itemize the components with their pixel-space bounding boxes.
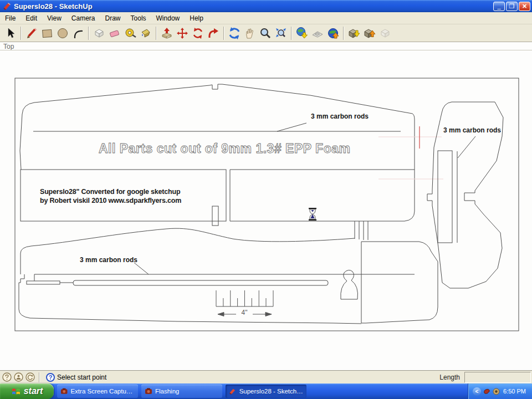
task-label: Superslo28 - SketchUp [239, 388, 303, 395]
windows-flag-icon [11, 386, 21, 396]
menu-window[interactable]: Window [151, 13, 185, 24]
task-button-extra-screen-capture[interactable]: Extra Screen Capture... [57, 385, 138, 398]
select-icon [4, 27, 17, 40]
get-models-button[interactable] [346, 26, 362, 41]
sketchup-app-icon [3, 2, 12, 11]
close-button[interactable]: ✕ [519, 2, 530, 11]
orbit-icon [228, 27, 241, 40]
window-title: Superslo28 - SketchUp [14, 2, 493, 11]
length-label: Length [439, 374, 460, 381]
eraser-tool-button[interactable] [107, 26, 122, 41]
status-hint: Select start point [57, 374, 106, 381]
toggle-terrain-button[interactable] [310, 26, 325, 41]
menu-edit[interactable]: Edit [21, 13, 42, 24]
credit-line2: by Robert viskil 2010 www.sdparkflyers.c… [40, 196, 181, 205]
wing-outline [20, 84, 415, 170]
taskbar: start Extra Screen Capture... Flashing [0, 383, 532, 399]
circle-tool-button[interactable] [55, 26, 70, 41]
pan-tool-button[interactable] [242, 26, 258, 41]
menu-camera[interactable]: Camera [66, 13, 100, 24]
menu-view[interactable]: View [42, 13, 66, 24]
tray-icon-round[interactable] [493, 388, 500, 395]
eraser-icon [108, 27, 121, 40]
start-label: start [24, 386, 43, 396]
start-button[interactable]: start [0, 383, 54, 399]
place-model-button[interactable] [325, 26, 341, 41]
orbit-tool-button[interactable] [227, 26, 242, 41]
measurements-input[interactable] [464, 372, 531, 383]
task-label: Extra Screen Capture... [70, 388, 135, 395]
toolbar-separator [291, 27, 292, 40]
toolbar-separator [223, 27, 224, 40]
status-user-icon[interactable] [14, 372, 23, 382]
move-tool-button[interactable] [175, 26, 190, 41]
toolbar-separator [343, 27, 344, 40]
tail-boom [361, 242, 438, 323]
rod-strip-long [73, 280, 328, 285]
titlebar: Superslo28 - SketchUp _ ❐ ✕ [0, 0, 532, 12]
tape-measure-button[interactable] [122, 26, 138, 41]
toolbar-separator [156, 27, 157, 40]
follow-me-icon [207, 27, 220, 40]
zoom-extents-button[interactable] [273, 26, 289, 41]
foam-note: All Parts cut out of 9mm 1.3# EPP Foam [99, 141, 337, 156]
globe-download-icon [295, 27, 309, 40]
move-icon [176, 27, 189, 40]
leader-top [277, 123, 306, 131]
follow-me-button[interactable] [206, 26, 221, 41]
task-button-sketchup[interactable]: Superslo28 - SketchUp [226, 385, 306, 398]
menu-tools[interactable]: Tools [126, 13, 151, 24]
system-tray: < 6:50 PM [468, 383, 532, 399]
arc-tool-button[interactable] [70, 26, 86, 41]
globe-upload-icon [326, 27, 340, 40]
status-credits-icon[interactable] [2, 372, 12, 382]
instructor-help-icon[interactable]: ? [46, 373, 55, 382]
building-upload-icon [363, 27, 376, 40]
terrain-icon [311, 27, 324, 40]
rectangle-tool-button[interactable] [39, 26, 55, 41]
rectangle-icon [40, 27, 54, 40]
restore-button[interactable]: ❐ [506, 2, 518, 11]
fuselage-top [21, 228, 355, 274]
leader-bottom [134, 263, 149, 274]
leader-right [458, 136, 475, 158]
task-button-flashing[interactable]: Flashing [141, 385, 222, 398]
menu-file[interactable]: File [0, 13, 21, 24]
menu-draw[interactable]: Draw [100, 13, 126, 24]
status-refresh-icon[interactable] [25, 372, 35, 382]
drawing-viewport[interactable]: Top [0, 42, 532, 370]
paint-bucket-button[interactable] [138, 26, 154, 41]
capture-app-icon [60, 387, 68, 395]
menu-help[interactable]: Help [185, 13, 208, 24]
building-download-icon [347, 27, 361, 40]
line-tool-button[interactable] [24, 26, 39, 41]
rod-strip-short [27, 281, 60, 284]
tray-chevron-icon[interactable]: < [473, 387, 481, 396]
center-tab [212, 206, 218, 226]
clock: 6:50 PM [503, 388, 526, 395]
disabled-cube-icon [378, 27, 392, 40]
carbon-rods-label-right: 3 mm carbon rods [443, 126, 501, 134]
hourglass-cursor-icon [309, 208, 316, 221]
select-tool-button[interactable] [3, 26, 18, 41]
statusbar-separator [39, 372, 40, 382]
panel-tabs [355, 221, 368, 240]
sketchup-task-icon [229, 387, 237, 395]
credit-note: Superslo28" Converted for google sketchu… [40, 187, 181, 205]
right-panel [230, 170, 415, 221]
dimension-label: 4" [235, 309, 254, 316]
sketchup-window: Superslo28 - SketchUp _ ❐ ✕ File Edit Vi… [0, 0, 532, 399]
get-current-view-button[interactable] [294, 26, 310, 41]
push-pull-button[interactable] [159, 26, 175, 41]
zoom-tool-button[interactable] [258, 26, 273, 41]
menubar: File Edit View Camera Draw Tools Window … [0, 12, 532, 24]
make-component-button[interactable] [91, 26, 107, 41]
statusbar: ? Select start point Length [0, 370, 532, 383]
credit-line1: Superslo28" Converted for google sketchu… [40, 187, 181, 196]
push-pull-icon [160, 27, 173, 40]
share-model-button[interactable] [362, 26, 377, 41]
minimize-button[interactable]: _ [493, 2, 505, 11]
rotate-tool-button[interactable] [190, 26, 206, 41]
circle-icon [56, 27, 69, 40]
tray-icon-red[interactable] [483, 388, 490, 395]
